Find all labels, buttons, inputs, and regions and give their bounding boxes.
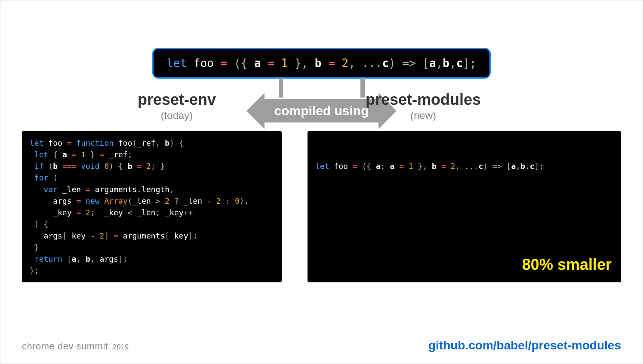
- event-name: chrome dev summit: [22, 341, 108, 352]
- code-line: if (b === void 0) { b = 2; }: [30, 160, 274, 172]
- top-area: let foo = ({ a = 1 }, b = 2, ...c) => [a…: [22, 48, 621, 126]
- code-line: }: [30, 242, 274, 253]
- code-line: let foo = ({ a: a = 1 }, b = 2, ...c) =>…: [315, 160, 613, 172]
- code-line: return [a, b, args];: [30, 253, 274, 265]
- code-line: ) {: [30, 218, 274, 230]
- code-line: args[_key - 2] = arguments[_key];: [30, 230, 274, 242]
- code-line: var _len = arguments.length,: [30, 184, 274, 195]
- right-code-panel: let foo = ({ a: a = 1 }, b = 2, ...c) =>…: [308, 131, 621, 282]
- code-line: for (: [30, 172, 274, 184]
- code-line: let { a = 1 } = _ref;: [30, 149, 274, 160]
- code-line: _key = 2; _key < _len; _key++: [30, 207, 274, 218]
- code-line: };: [30, 265, 274, 276]
- arrow-label: compiled using: [274, 104, 369, 118]
- code-line: args = new Array(_len > 2 ? _len - 2 : 0…: [30, 195, 274, 207]
- panels: let foo = function foo(_ref, b) { let { …: [22, 131, 621, 282]
- footer-left: chrome dev summit 2019: [22, 341, 129, 352]
- size-badge: 80% smaller: [522, 253, 612, 276]
- left-label: preset-env (today): [112, 91, 241, 122]
- footer: chrome dev summit 2019 github.com/babel/…: [22, 339, 621, 352]
- arrow-stems: [270, 78, 373, 98]
- code-line: let foo = function foo(_ref, b) {: [30, 137, 274, 149]
- right-label-title: preset-modules: [359, 91, 488, 109]
- stem-left: [279, 78, 283, 98]
- left-code-panel: let foo = function foo(_ref, b) { let { …: [22, 131, 282, 282]
- footer-link[interactable]: github.com/babel/preset-modules: [428, 339, 621, 352]
- right-label: preset-modules (new): [359, 91, 488, 122]
- right-label-sub: (new): [359, 110, 488, 122]
- event-year: 2019: [113, 343, 129, 351]
- left-label-title: preset-env: [112, 91, 241, 109]
- connector-row: preset-env (today) compiled using preset…: [22, 79, 621, 126]
- slide: let foo = ({ a = 1 }, b = 2, ...c) => [a…: [0, 0, 643, 364]
- left-label-sub: (today): [112, 110, 241, 122]
- source-code-box: let foo = ({ a = 1 }, b = 2, ...c) => [a…: [152, 48, 490, 79]
